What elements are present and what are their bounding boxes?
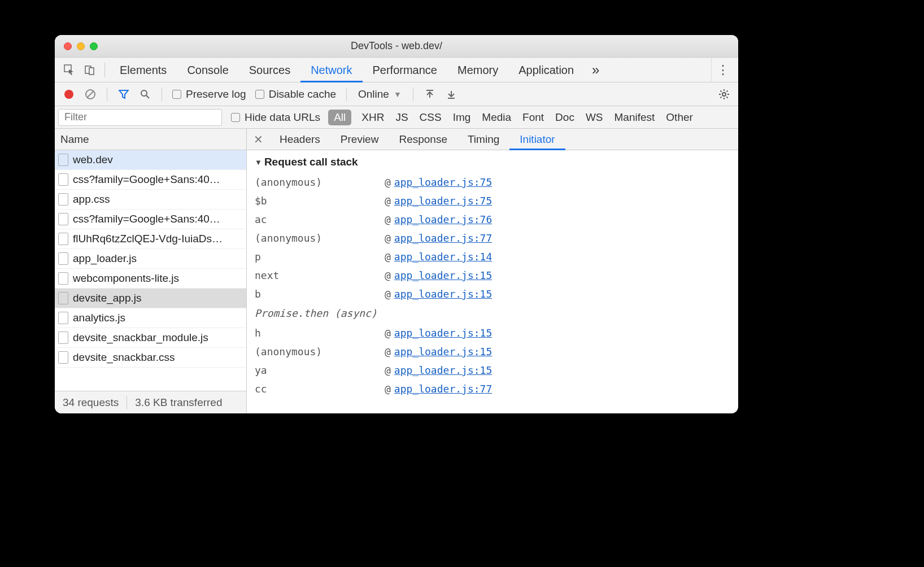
close-detail-button[interactable]: ✕ <box>247 133 269 146</box>
separator-icon <box>346 88 347 101</box>
filter-type-other[interactable]: Other <box>660 111 699 124</box>
request-row[interactable]: devsite_app.js <box>55 289 246 308</box>
at-symbol: @ <box>385 210 391 229</box>
document-icon <box>58 233 68 245</box>
search-icon[interactable] <box>136 85 155 104</box>
request-row[interactable]: css?family=Google+Sans:40… <box>55 170 246 190</box>
tab-network[interactable]: Network <box>300 58 362 82</box>
detail-tab-initiator[interactable]: Initiator <box>509 129 565 150</box>
document-icon <box>58 154 68 166</box>
stack-function: ya <box>255 361 385 380</box>
filter-input[interactable] <box>58 109 222 126</box>
preserve-log-label: Preserve log <box>186 88 246 101</box>
separator-icon <box>162 88 162 101</box>
request-name: devsite_snackbar.css <box>73 351 175 364</box>
filter-type-js[interactable]: JS <box>390 111 413 124</box>
filter-toggle-icon[interactable] <box>114 85 133 104</box>
filter-type-font[interactable]: Font <box>517 111 550 124</box>
stack-function: (anonymous) <box>255 229 385 247</box>
document-icon <box>58 252 68 265</box>
tab-application[interactable]: Application <box>508 58 584 82</box>
stack-frame: (anonymous)@app_loader.js:77 <box>255 229 730 247</box>
stack-source-link[interactable]: app_loader.js:15 <box>394 361 492 380</box>
call-stack-section-header[interactable]: ▼ Request call stack <box>255 156 730 168</box>
request-list: web.devcss?family=Google+Sans:40…app.css… <box>55 150 246 391</box>
tab-console[interactable]: Console <box>177 58 238 82</box>
stack-frame: $b@app_loader.js:75 <box>255 191 730 210</box>
filter-type-img[interactable]: Img <box>447 111 477 124</box>
clear-button[interactable] <box>81 85 100 104</box>
stack-source-link[interactable]: app_loader.js:15 <box>394 285 492 303</box>
svg-rect-2 <box>89 68 94 75</box>
separator-icon <box>107 88 107 101</box>
upload-har-icon[interactable] <box>420 85 439 104</box>
stack-source-link[interactable]: app_loader.js:77 <box>394 380 492 398</box>
stack-function: (anonymous) <box>255 173 385 191</box>
request-row[interactable]: app_loader.js <box>55 249 246 269</box>
filter-type-css[interactable]: CSS <box>414 111 447 124</box>
stack-function: (anonymous) <box>255 342 385 361</box>
at-symbol: @ <box>385 342 391 361</box>
download-har-icon[interactable] <box>442 85 461 104</box>
detail-tab-response[interactable]: Response <box>389 129 457 150</box>
filter-type-ws[interactable]: WS <box>580 111 609 124</box>
throttling-select[interactable]: Online ▼ <box>354 88 406 101</box>
stack-frame: (anonymous)@app_loader.js:75 <box>255 173 730 191</box>
transferred-size: 3.6 KB transferred <box>127 396 230 409</box>
settings-gear-icon[interactable] <box>714 85 734 104</box>
request-row[interactable]: analytics.js <box>55 308 246 328</box>
detail-tab-preview[interactable]: Preview <box>330 129 389 150</box>
stack-source-link[interactable]: app_loader.js:75 <box>394 191 492 210</box>
expand-triangle-icon: ▼ <box>255 158 262 167</box>
tab-elements[interactable]: Elements <box>110 58 177 82</box>
stack-frame: (anonymous)@app_loader.js:15 <box>255 342 730 361</box>
tab-sources[interactable]: Sources <box>239 58 300 82</box>
stack-source-link[interactable]: app_loader.js:15 <box>394 266 492 285</box>
inspect-element-icon[interactable] <box>59 60 80 80</box>
request-row[interactable]: app.css <box>55 190 246 210</box>
request-row[interactable]: devsite_snackbar.css <box>55 348 246 368</box>
preserve-log-checkbox[interactable]: Preserve log <box>169 88 250 101</box>
async-boundary-label: Promise.then (async) <box>255 303 730 324</box>
filter-type-manifest[interactable]: Manifest <box>609 111 661 124</box>
name-column-header[interactable]: Name <box>55 129 246 150</box>
kebab-menu-icon[interactable]: ⋮ <box>711 58 734 82</box>
stack-source-link[interactable]: app_loader.js:15 <box>394 342 492 361</box>
request-row[interactable]: flUhRq6tzZclQEJ-Vdg-IuiaDs… <box>55 229 246 249</box>
disable-cache-label: Disable cache <box>269 88 336 101</box>
svg-point-5 <box>141 90 147 96</box>
stack-source-link[interactable]: app_loader.js:15 <box>394 324 492 342</box>
request-row[interactable]: webcomponents-lite.js <box>55 269 246 289</box>
titlebar: DevTools - web.dev/ <box>55 35 738 58</box>
stack-source-link[interactable]: app_loader.js:77 <box>394 229 492 247</box>
filter-type-doc[interactable]: Doc <box>550 111 580 124</box>
filter-type-media[interactable]: Media <box>476 111 517 124</box>
disable-cache-checkbox[interactable]: Disable cache <box>252 88 339 101</box>
request-name: webcomponents-lite.js <box>73 272 179 285</box>
tab-memory[interactable]: Memory <box>447 58 508 82</box>
throttling-value: Online <box>358 88 389 101</box>
request-name: flUhRq6tzZclQEJ-Vdg-IuiaDs… <box>73 233 223 245</box>
record-button[interactable] <box>59 85 79 104</box>
detail-tab-headers[interactable]: Headers <box>269 129 330 150</box>
request-name: analytics.js <box>73 312 125 324</box>
detail-tab-timing[interactable]: Timing <box>457 129 509 150</box>
tab-performance[interactable]: Performance <box>363 58 448 82</box>
stack-source-link[interactable]: app_loader.js:14 <box>394 247 492 266</box>
filter-type-xhr[interactable]: XHR <box>356 111 390 124</box>
request-row[interactable]: devsite_snackbar_module.js <box>55 328 246 348</box>
document-icon <box>58 292 68 304</box>
filter-bar: Hide data URLs AllXHRJSCSSImgMediaFontDo… <box>55 106 738 129</box>
at-symbol: @ <box>385 361 391 380</box>
device-toolbar-icon[interactable] <box>80 60 100 80</box>
stack-source-link[interactable]: app_loader.js:75 <box>394 173 492 191</box>
at-symbol: @ <box>385 191 391 210</box>
at-symbol: @ <box>385 266 391 285</box>
request-row[interactable]: css?family=Google+Sans:40… <box>55 210 246 229</box>
request-row[interactable]: web.dev <box>55 150 246 170</box>
overflow-tabs-icon[interactable]: » <box>584 62 607 78</box>
stack-source-link[interactable]: app_loader.js:76 <box>394 210 492 229</box>
hide-data-urls-checkbox[interactable]: Hide data URLs <box>228 111 324 124</box>
filter-type-all[interactable]: All <box>328 110 351 125</box>
stack-function: ac <box>255 210 385 229</box>
